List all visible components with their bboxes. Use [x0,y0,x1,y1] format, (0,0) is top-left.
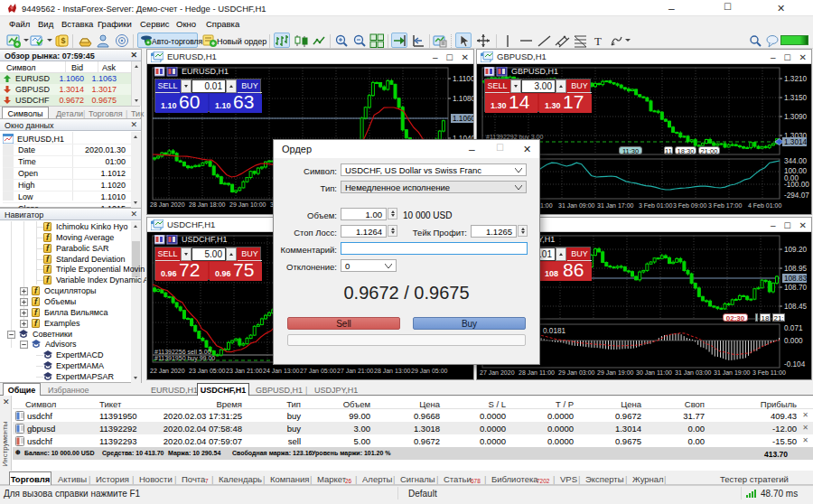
svg-text:T: T [594,34,602,48]
svg-text:1.3210: 1.3210 [784,75,807,83]
svg-text:0.000: 0.000 [784,337,803,345]
svg-text:108.70: 108.70 [784,284,807,292]
svg-text:-294.07: -294.07 [784,191,809,200]
svg-text:1.1100: 1.1100 [453,75,473,83]
svg-text:1.1080: 1.1080 [453,95,473,103]
svg-text:1.3150: 1.3150 [784,94,807,102]
svg-text:108.95: 108.95 [784,265,807,273]
svg-text:0.071: 0.071 [784,324,803,332]
svg-text:0.0181: 0.0181 [543,327,565,335]
svg-text:344.00: 344.00 [784,157,807,165]
svg-text:108.45: 108.45 [784,303,807,311]
svg-text:1.3090: 1.3090 [784,113,807,121]
svg-text:-100.00: -100.00 [784,181,809,189]
svg-text:1.1060: 1.1060 [453,115,473,123]
svg-text:1.3014: 1.3014 [784,138,807,146]
svg-text:$: $ [61,36,65,45]
svg-text:109.20: 109.20 [784,246,807,254]
svg-text:-0.104: -0.104 [784,360,806,369]
svg-text:108.83: 108.83 [784,275,807,283]
